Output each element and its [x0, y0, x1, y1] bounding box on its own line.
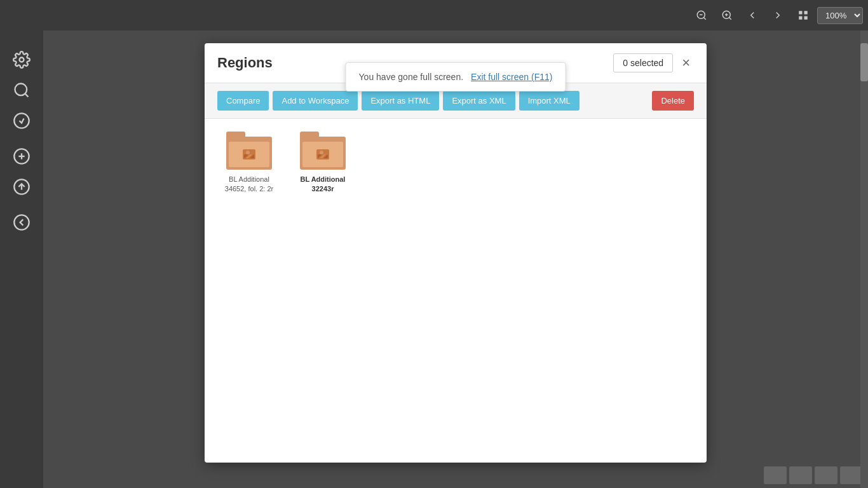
region-item[interactable]: BL Additional 32243r — [291, 132, 355, 194]
add-workspace-button[interactable]: Add to Workspace — [273, 91, 358, 111]
svg-rect-8 — [804, 11, 808, 14]
forward-button[interactable] — [766, 4, 789, 27]
scrollbar-thumb[interactable] — [860, 43, 868, 81]
export-xml-button[interactable]: Export as XML — [443, 91, 515, 111]
folder-icon — [300, 132, 346, 170]
zoom-in-button[interactable] — [715, 4, 738, 27]
left-sidebar — [0, 0, 43, 488]
svg-line-1 — [703, 17, 705, 19]
regions-title: Regions — [217, 55, 273, 71]
page-btn-4[interactable] — [840, 466, 863, 484]
bottom-bar — [741, 463, 868, 488]
top-toolbar: 100% 75% 50% 125% 150% — [0, 0, 868, 30]
page-btn-3[interactable] — [815, 466, 837, 484]
svg-point-24 — [14, 215, 29, 229]
close-panel-button[interactable]: × — [678, 55, 694, 71]
save-button[interactable] — [8, 142, 36, 170]
svg-line-17 — [25, 93, 28, 97]
svg-rect-9 — [799, 17, 802, 20]
export-html-button[interactable]: Export as HTML — [362, 91, 439, 111]
settings-button[interactable] — [8, 46, 36, 74]
page-btn-1[interactable] — [764, 466, 787, 484]
right-scrollbar — [860, 30, 868, 488]
delete-button[interactable]: Delete — [652, 91, 694, 111]
region-item[interactable]: BL Additional 34652, fol. 2: 2r — [217, 132, 281, 194]
grid-view-button[interactable] — [792, 4, 815, 27]
svg-point-15 — [20, 58, 24, 62]
region-label: BL Additional 34652, fol. 2: 2r — [217, 175, 281, 194]
fullscreen-toast: You have gone full screen. Exit full scr… — [346, 62, 566, 92]
toast-message: You have gone full screen. — [359, 72, 464, 82]
folder-icon — [226, 132, 272, 170]
svg-point-18 — [14, 113, 29, 128]
upload-button[interactable] — [8, 173, 36, 201]
nav-back-button[interactable] — [8, 208, 36, 236]
page-btn-2[interactable] — [789, 466, 812, 484]
zoom-out-button[interactable] — [690, 4, 713, 27]
svg-rect-7 — [799, 11, 802, 14]
svg-line-4 — [729, 17, 731, 19]
selected-count-button[interactable]: 0 selected — [613, 53, 673, 72]
items-grid: BL Additional 34652, fol. 2: 2r BL Addit… — [205, 119, 707, 207]
search-button[interactable] — [8, 76, 36, 104]
main-content: You have gone full screen. Exit full scr… — [43, 30, 868, 488]
region-label: BL Additional 32243r — [291, 175, 355, 194]
svg-rect-10 — [804, 17, 808, 20]
import-xml-button[interactable]: Import XML — [519, 91, 580, 111]
regions-panel: Regions 0 selected × Compare Add to Work… — [205, 43, 707, 463]
compare-button[interactable]: Compare — [217, 91, 269, 111]
edit-button[interactable] — [8, 107, 36, 135]
back-button[interactable] — [741, 4, 764, 27]
selected-badge: 0 selected × — [613, 53, 694, 72]
exit-fullscreen-button[interactable]: Exit full screen (F11) — [471, 72, 552, 82]
zoom-select[interactable]: 100% 75% 50% 125% 150% — [817, 7, 863, 24]
svg-point-16 — [15, 84, 27, 96]
